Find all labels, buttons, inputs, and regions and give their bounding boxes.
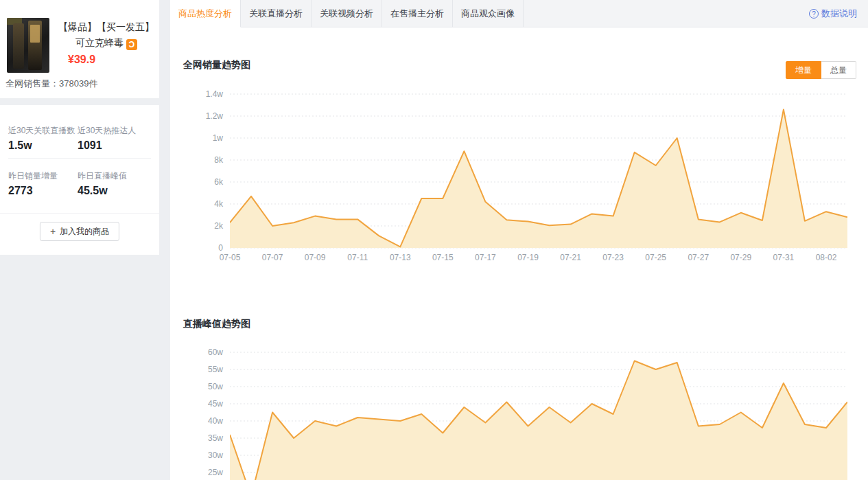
stat-label-yesterday-peak: 昨日直播峰值 xyxy=(78,170,127,182)
x-axis-label: 07-29 xyxy=(730,253,751,262)
stat-label-live-count: 近30天关联直播数 xyxy=(8,125,75,137)
y-axis-label: 40w xyxy=(175,416,223,426)
data-help-label: 数据说明 xyxy=(821,8,857,20)
product-title-text: 【爆品】【买一发五】可立克蜂毒 xyxy=(58,21,154,48)
y-axis-label: 1.4w xyxy=(175,89,223,99)
x-axis-label: 07-09 xyxy=(305,253,326,262)
y-axis-label: 4k xyxy=(175,199,223,209)
x-axis-label: 07-15 xyxy=(432,253,454,262)
product-stats-card: 近30天关联直播数 近30天热推达人 1.5w 1091 昨日销量增量 昨日直播… xyxy=(0,105,159,255)
x-axis-label: 07-31 xyxy=(773,253,795,262)
toggle-total-button[interactable]: 总量 xyxy=(821,61,856,79)
y-axis-label: 60w xyxy=(175,347,223,357)
stats-bottom-divider xyxy=(0,213,159,214)
live-peak-chart-title: 直播峰值趋势图 xyxy=(183,318,250,330)
x-axis: 07-0507-0707-0907-1107-1307-1507-1707-19… xyxy=(230,253,847,264)
x-axis-label: 07-05 xyxy=(220,253,241,262)
total-sales-label: 全网销售量： xyxy=(5,78,59,89)
stat-value-yesterday-peak: 45.5w xyxy=(78,185,108,197)
product-image xyxy=(7,18,49,73)
product-sidebar: 【爆品】【买一发五】可立克蜂毒 Ɔ ¥39.9 全网销售量：378039件 近3… xyxy=(0,0,159,255)
product-card: 【爆品】【买一发五】可立克蜂毒 Ɔ ¥39.9 全网销售量：378039件 xyxy=(0,0,159,98)
data-help-link[interactable]: ? 数据说明 xyxy=(809,8,857,20)
tab-product-heat-analysis[interactable]: 商品热度分析 xyxy=(170,0,241,27)
y-axis-label: 55w xyxy=(175,365,223,374)
sales-trend-chart-title: 全网销量趋势图 xyxy=(183,59,250,71)
stat-value-yesterday-sales: 2773 xyxy=(8,185,33,197)
stat-label-hot-influencers: 近30天热推达人 xyxy=(78,125,136,137)
y-axis-label: 45w xyxy=(175,399,223,409)
y-axis-label: 6k xyxy=(175,177,223,187)
stat-value-live-count: 1.5w xyxy=(8,139,32,152)
analysis-tabbar: 商品热度分析 关联直播分析 关联视频分析 在售播主分析 商品观众画像 xyxy=(170,0,868,27)
product-price: ¥39.9 xyxy=(68,54,95,66)
product-title: 【爆品】【买一发五】可立克蜂毒 Ɔ xyxy=(58,19,155,51)
trend-area-series xyxy=(230,347,847,480)
tab-related-live-analysis[interactable]: 关联直播分析 xyxy=(241,0,312,27)
douyin-shop-badge-icon: Ɔ xyxy=(126,39,137,50)
plus-icon: + xyxy=(50,227,56,236)
toggle-increment-button[interactable]: 增量 xyxy=(786,61,821,79)
x-axis-label: 07-17 xyxy=(475,253,496,262)
stat-label-yesterday-sales: 昨日销量增量 xyxy=(8,170,58,182)
total-sales-line: 全网销售量：378039件 xyxy=(5,78,97,90)
sales-trend-chart[interactable]: 02k4k6k8k1w1.2w1.4w07-0507-0707-0907-110… xyxy=(230,89,847,266)
x-axis-label: 07-11 xyxy=(347,253,368,262)
x-axis-label: 07-21 xyxy=(560,253,581,262)
y-axis-label: 1w xyxy=(175,133,223,143)
total-sales-value: 378039件 xyxy=(59,78,97,89)
y-axis-label: 0 xyxy=(175,243,223,253)
stat-value-hot-influencers: 1091 xyxy=(78,139,102,152)
x-axis-label: 07-07 xyxy=(262,253,283,262)
y-axis-label: 35w xyxy=(175,433,223,443)
y-axis-label: 50w xyxy=(175,382,223,391)
x-axis-label: 07-19 xyxy=(517,253,539,262)
live-peak-trend-chart[interactable]: 60w55w50w45w40w35w30w25w xyxy=(230,347,847,480)
y-axis-label: 8k xyxy=(175,155,223,165)
stats-divider xyxy=(8,158,151,159)
x-axis-label: 07-23 xyxy=(602,253,624,262)
y-axis-label: 1.2w xyxy=(175,111,223,121)
x-axis-label: 07-27 xyxy=(688,253,709,262)
y-axis-label: 25w xyxy=(175,468,223,477)
y-axis-label: 2k xyxy=(175,221,223,231)
tab-related-video-analysis[interactable]: 关联视频分析 xyxy=(312,0,382,27)
chart-mode-toggle: 增量 总量 xyxy=(786,61,856,79)
analysis-panel: 商品热度分析 关联直播分析 关联视频分析 在售播主分析 商品观众画像 ? 数据说… xyxy=(170,0,868,480)
y-axis-label: 30w xyxy=(175,450,223,460)
add-to-my-products-label: 加入我的商品 xyxy=(60,226,109,238)
x-axis-label: 08-02 xyxy=(816,253,837,262)
add-to-my-products-button[interactable]: +加入我的商品 xyxy=(40,222,119,241)
question-circle-icon: ? xyxy=(809,9,819,19)
trend-area-series xyxy=(230,89,847,249)
tab-onsale-streamer-analysis[interactable]: 在售播主分析 xyxy=(382,0,453,27)
x-axis-label: 07-13 xyxy=(390,253,411,262)
tab-product-audience-profile[interactable]: 商品观众画像 xyxy=(453,0,524,27)
x-axis-label: 07-25 xyxy=(645,253,666,262)
